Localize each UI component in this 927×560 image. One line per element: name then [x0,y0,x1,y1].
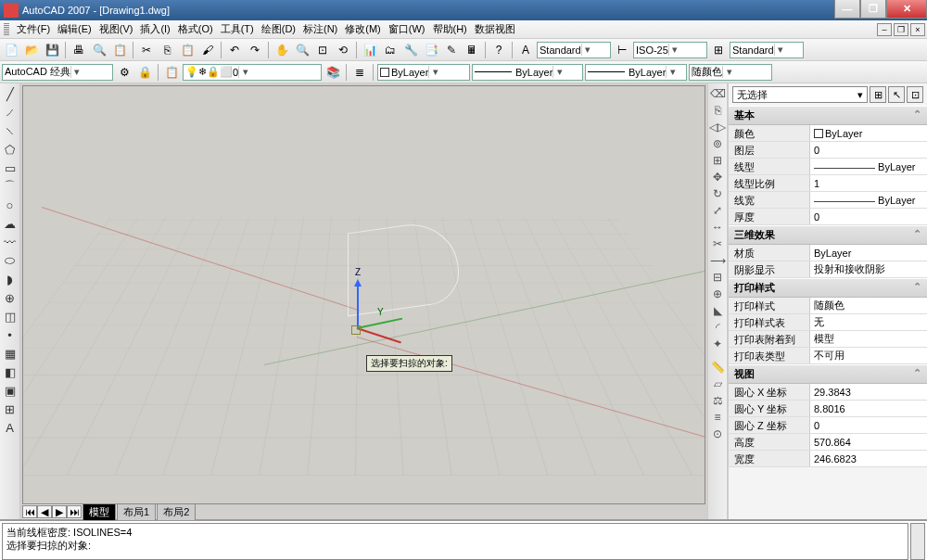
textstyle-combo[interactable]: Standard▾ [537,42,611,58]
dist-icon[interactable]: 📏 [709,359,726,375]
chamfer-icon[interactable]: ◣ [709,302,726,318]
property-row[interactable]: 打印样式随颜色 [729,298,927,314]
arc-icon[interactable]: ⌒ [2,178,19,195]
color-combo[interactable]: ByLayer▾ [377,64,470,81]
zoom-icon[interactable]: 🔍 [293,41,311,59]
tab-first-icon[interactable]: ⏮ [22,505,37,518]
publish-icon[interactable]: 📋 [110,41,129,59]
open-icon[interactable]: 📂 [22,41,41,59]
layermanage-icon[interactable]: ≣ [350,63,369,82]
menu-item[interactable]: 数据视图 [471,20,519,38]
stretch-icon[interactable]: ↔ [709,219,726,235]
menu-item[interactable]: 窗口(W) [385,20,429,38]
tablestyle-combo[interactable]: Standard▾ [730,42,804,58]
props-icon[interactable]: 📊 [361,41,379,59]
rectangle-icon[interactable]: ▭ [2,159,19,176]
id-icon[interactable]: ⊙ [709,426,726,441]
hatch-icon[interactable]: ▦ [2,345,19,362]
rotate-icon[interactable]: ↻ [709,185,726,201]
property-row[interactable]: 打印样式表无 [729,314,927,331]
redo-icon[interactable]: ↷ [246,41,264,59]
point-icon[interactable]: • [2,326,19,343]
ellipsearc-icon[interactable]: ◗ [2,271,19,287]
property-row[interactable]: 打印表附着到模型 [729,331,927,348]
menu-item[interactable]: 插入(I) [136,20,173,38]
paste-icon[interactable]: 📋 [178,41,197,59]
insert-icon[interactable]: ⊕ [2,289,19,306]
tab-last-icon[interactable]: ⏭ [67,505,82,518]
property-row[interactable]: 高度570.864 [729,434,927,451]
workspace-combo[interactable]: AutoCAD 经典▾ [2,64,113,81]
menu-item[interactable]: 格式(O) [174,20,217,38]
property-row[interactable]: 宽度246.6823 [729,451,927,467]
massprop-icon[interactable]: ⚖ [709,392,726,408]
property-group-header[interactable]: 基本⌃ [729,106,927,125]
property-row[interactable]: 线型—————— ByLayer [729,159,927,175]
drawing-canvas[interactable]: Z Y 选择要扫掠的对象: [22,85,705,504]
tab-next-icon[interactable]: ▶ [52,505,67,518]
mirror-icon[interactable]: ◁▷ [709,119,726,134]
menu-item[interactable]: 编辑(E) [54,20,95,38]
property-row[interactable]: 圆心 Z 坐标0 [729,417,927,434]
cut-icon[interactable]: ✂ [137,41,156,59]
zoomprev-icon[interactable]: ⟲ [334,41,352,59]
erase-icon[interactable]: ⌫ [709,85,726,101]
property-row[interactable]: 线宽—————— ByLayer [729,192,927,209]
minimize-button[interactable]: — [834,0,860,19]
copy-icon[interactable]: ⎘ [709,102,726,118]
linetype-combo[interactable]: ByLayer▾ [472,64,583,81]
join-icon[interactable]: ⊕ [709,286,726,301]
preview-icon[interactable]: 🔍 [90,41,108,59]
move-icon[interactable]: ✥ [709,169,726,185]
dimstyle-icon[interactable]: ⊢ [613,41,631,59]
print-icon[interactable]: 🖶 [70,41,88,59]
property-row[interactable]: 厚度0 [729,209,927,225]
help-icon[interactable]: ? [489,41,508,59]
menu-item[interactable]: 视图(V) [95,20,137,38]
revcloud-icon[interactable]: ☁ [2,215,19,232]
mtext-icon[interactable]: A [2,419,19,436]
break-icon[interactable]: ⊟ [709,269,726,285]
line-icon[interactable]: ╱ [2,85,19,102]
gradient-icon[interactable]: ◧ [2,363,19,380]
region-icon[interactable]: ▣ [2,382,19,399]
selectobj-icon[interactable]: ↖ [888,86,905,103]
property-row[interactable]: 材质ByLayer [729,245,927,261]
layerprops-icon[interactable]: 📋 [162,63,181,82]
array-icon[interactable]: ⊞ [709,152,726,168]
list-icon[interactable]: ≡ [709,409,726,425]
layerprev-icon[interactable]: 📚 [324,63,342,82]
tablestyle-icon[interactable]: ⊞ [709,41,728,59]
property-row[interactable]: 颜色ByLayer [729,125,927,142]
table-icon[interactable]: ⊞ [2,401,19,417]
sheet-icon[interactable]: 📑 [422,41,440,59]
menu-item[interactable]: 修改(M) [341,20,385,38]
layout-tab[interactable]: 布局2 [157,503,196,520]
property-group-header[interactable]: 打印样式⌃ [729,278,927,298]
scrollbar[interactable] [910,523,925,560]
trim-icon[interactable]: ✂ [709,235,726,251]
zoomwin-icon[interactable]: ⊡ [313,41,332,59]
layout-tab[interactable]: 模型 [83,503,116,520]
close-button[interactable]: ✕ [886,0,927,19]
property-row[interactable]: 阴影显示投射和接收阴影 [729,261,927,278]
scale-icon[interactable]: ⤢ [709,202,726,218]
extend-icon[interactable]: ⟶ [709,252,726,268]
plotcolor-combo[interactable]: 随颜色▾ [689,64,772,81]
ws-lock-icon[interactable]: 🔒 [135,63,154,82]
polygon-icon[interactable]: ⬠ [2,141,19,158]
command-text[interactable]: 当前线框密度: ISOLINES=4 选择要扫掠的对象: [2,523,908,560]
menu-item[interactable]: 标注(N) [299,20,341,38]
pan-icon[interactable]: ✋ [273,41,291,59]
dimstyle-combo[interactable]: ISO-25▾ [633,42,707,58]
tool-icon[interactable]: 🔧 [401,41,420,59]
property-row[interactable]: 打印表类型不可用 [729,348,927,364]
doc-minimize[interactable]: – [877,23,892,36]
menu-item[interactable]: 帮助(H) [429,20,471,38]
menu-item[interactable]: 文件(F) [13,20,54,38]
selection-combo[interactable]: 无选择▾ [732,86,868,103]
match-icon[interactable]: 🖌 [198,41,217,59]
quickselect-icon[interactable]: ⊞ [870,86,886,103]
layer-combo[interactable]: 💡❄🔒⬜ 0▾ [183,64,322,81]
spline-icon[interactable]: 〰 [2,234,19,250]
